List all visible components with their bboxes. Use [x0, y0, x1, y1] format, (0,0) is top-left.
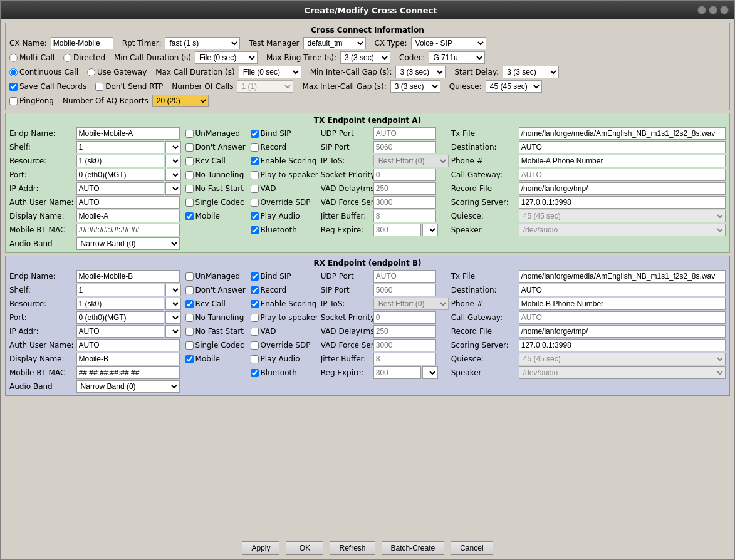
rx-no-tunneling-checkbox[interactable]: [185, 314, 194, 322]
rx-ip-addr-input[interactable]: [76, 325, 164, 338]
rx-scoring-server-input[interactable]: [519, 339, 726, 351]
tx-ip-addr-input[interactable]: [76, 182, 164, 195]
tx-phone-input[interactable]: [519, 155, 726, 167]
rx-no-fast-start-checkbox[interactable]: [185, 328, 194, 336]
tx-vad-label[interactable]: VAD: [251, 184, 318, 193]
min-intercall-gap-select[interactable]: 3 (3 sec): [395, 66, 446, 78]
quiesce-select[interactable]: 45 (45 sec): [486, 80, 542, 93]
tx-endp-name-input[interactable]: [76, 127, 180, 140]
batch-create-button[interactable]: Batch-Create: [382, 541, 445, 555]
rx-single-codec-label[interactable]: Single Codec: [185, 341, 248, 350]
multi-call-radio-label[interactable]: Multi-Call: [9, 53, 55, 62]
rx-enable-scoring-checkbox[interactable]: [251, 300, 259, 308]
rx-vad-delay-input[interactable]: [373, 325, 436, 338]
tx-dont-answer-label[interactable]: Don't Answer: [185, 143, 248, 152]
tx-bluetooth-label[interactable]: Bluetooth: [251, 226, 318, 234]
cx-type-select[interactable]: Voice - SIP: [411, 37, 486, 49]
tx-mobile-bt-mac-input[interactable]: [76, 224, 180, 236]
tx-shelf-input[interactable]: [76, 141, 164, 153]
rx-bluetooth-label[interactable]: Bluetooth: [251, 368, 318, 377]
tx-bluetooth-checkbox[interactable]: [251, 226, 259, 234]
tx-reg-expire-input[interactable]: [373, 224, 421, 236]
rx-play-audio-checkbox[interactable]: [251, 355, 259, 363]
tx-destination-input[interactable]: [519, 141, 726, 153]
rx-port-select[interactable]: ▼: [165, 311, 181, 324]
number-of-calls-select[interactable]: 1 (1): [237, 80, 293, 93]
directed-radio-label[interactable]: Directed: [63, 53, 105, 62]
tx-vad-delay-input[interactable]: [373, 182, 436, 195]
rx-override-sdp-label[interactable]: Override SDP: [251, 341, 318, 350]
pingpong-label[interactable]: PingPong: [9, 96, 54, 105]
use-gateway-radio[interactable]: [87, 68, 95, 76]
number-of-aq-reports-select[interactable]: 20 (20): [152, 95, 209, 107]
rx-rcv-call-label[interactable]: Rcv Call: [185, 299, 248, 308]
tx-bind-sip-label[interactable]: Bind SIP: [251, 129, 318, 138]
tx-ip-tos-select[interactable]: Best Effort (0): [373, 155, 449, 167]
rx-play-to-speaker-checkbox[interactable]: [251, 314, 259, 322]
tx-udp-port-input[interactable]: [373, 127, 436, 140]
tx-call-gateway-input[interactable]: [519, 169, 726, 181]
tx-ip-addr-select[interactable]: ▼: [165, 182, 181, 195]
tx-port-select[interactable]: ▼: [165, 169, 181, 181]
tx-quiesce-select[interactable]: 45 (45 sec): [519, 210, 726, 222]
tx-play-audio-label[interactable]: Play Audio: [251, 212, 318, 220]
rx-mobile-bt-mac-input[interactable]: [76, 366, 180, 379]
tx-no-tunneling-checkbox[interactable]: [185, 171, 194, 179]
tx-speaker-select[interactable]: /dev/audio: [519, 224, 726, 236]
cancel-button[interactable]: Cancel: [451, 541, 493, 555]
apply-button[interactable]: Apply: [242, 541, 279, 555]
minimize-button[interactable]: [697, 6, 706, 14]
tx-unmanaged-checkbox[interactable]: [185, 130, 194, 138]
tx-no-tunneling-label[interactable]: No Tunneling: [185, 170, 248, 179]
rx-jitter-buffer-input[interactable]: [373, 353, 436, 365]
tx-enable-scoring-label[interactable]: Enable Scoring: [251, 157, 318, 165]
tx-record-checkbox[interactable]: [251, 143, 259, 152]
rx-unmanaged-checkbox[interactable]: [185, 272, 194, 281]
tx-resource-input[interactable]: [76, 155, 164, 167]
rx-socket-priority-input[interactable]: [373, 311, 436, 324]
refresh-button[interactable]: Refresh: [330, 541, 375, 555]
tx-audio-band-select[interactable]: Narrow Band (0): [76, 237, 180, 250]
use-gateway-radio-label[interactable]: Use Gateway: [87, 68, 147, 76]
tx-dont-answer-checkbox[interactable]: [185, 143, 194, 152]
rx-dont-answer-checkbox[interactable]: [185, 286, 194, 294]
directed-radio[interactable]: [63, 54, 71, 62]
dont-send-rtp-label[interactable]: Don't Send RTP: [95, 82, 163, 91]
rx-port-input[interactable]: [76, 311, 164, 324]
rx-single-codec-checkbox[interactable]: [185, 341, 194, 350]
rx-resource-input[interactable]: [76, 298, 164, 310]
rx-rcv-call-checkbox[interactable]: [185, 300, 194, 308]
rx-record-label[interactable]: Record: [251, 286, 318, 294]
rx-enable-scoring-label[interactable]: Enable Scoring: [251, 299, 318, 308]
tx-mobile-checkbox[interactable]: [185, 212, 194, 220]
tx-reg-expire-select[interactable]: ▼: [422, 224, 438, 236]
codec-select[interactable]: G.711u: [429, 51, 485, 64]
tx-play-to-speaker-checkbox[interactable]: [251, 171, 259, 179]
test-manager-select[interactable]: default_tm: [303, 37, 366, 49]
rx-vad-force-send-input[interactable]: [373, 339, 436, 351]
max-intercall-gap-select[interactable]: 3 (3 sec): [390, 80, 440, 93]
rx-no-fast-start-label[interactable]: No Fast Start: [185, 327, 248, 336]
rx-resource-select[interactable]: ▼: [165, 298, 181, 310]
tx-auth-user-input[interactable]: [76, 196, 180, 209]
tx-unmanaged-label[interactable]: UnManaged: [185, 129, 248, 138]
close-button[interactable]: [720, 6, 729, 14]
tx-resource-select[interactable]: ▼: [165, 155, 181, 167]
start-delay-select[interactable]: 3 (3 sec): [503, 66, 559, 78]
rx-play-audio-label[interactable]: Play Audio: [251, 355, 318, 363]
tx-record-file-input[interactable]: [519, 182, 726, 195]
multi-call-radio[interactable]: [9, 54, 18, 62]
tx-single-codec-checkbox[interactable]: [185, 199, 194, 207]
rx-tx-file-input[interactable]: [519, 270, 726, 283]
rx-ip-tos-select[interactable]: Best Effort (0): [373, 298, 449, 310]
save-call-records-label[interactable]: Save Call Records: [9, 82, 86, 91]
rx-phone-input[interactable]: [519, 298, 726, 310]
tx-record-label[interactable]: Record: [251, 143, 318, 152]
rx-endp-name-input[interactable]: [76, 270, 180, 283]
tx-scoring-server-input[interactable]: [519, 196, 726, 209]
tx-single-codec-label[interactable]: Single Codec: [185, 198, 248, 207]
rx-speaker-select[interactable]: /dev/audio: [519, 366, 726, 379]
rx-reg-expire-select[interactable]: ▼: [422, 366, 438, 379]
rx-record-file-input[interactable]: [519, 325, 726, 338]
rx-audio-band-select[interactable]: Narrow Band (0): [76, 380, 180, 393]
